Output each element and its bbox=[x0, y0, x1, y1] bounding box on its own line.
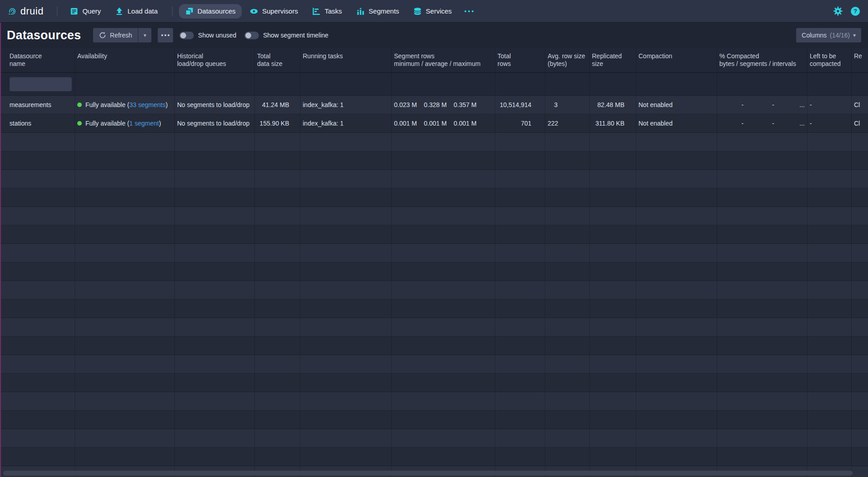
empty-cell bbox=[852, 429, 868, 447]
cell-total: 701 bbox=[495, 114, 545, 132]
empty-cell bbox=[545, 448, 590, 466]
table-row-stations: stationsFully available (1 segment)No se… bbox=[0, 114, 868, 133]
empty-cell bbox=[495, 318, 545, 336]
cell-avg-row-size: 222 bbox=[545, 114, 590, 132]
empty-cell bbox=[545, 355, 590, 373]
empty-cell bbox=[495, 225, 545, 243]
nav-item-services[interactable]: Services bbox=[407, 4, 458, 19]
empty-cell bbox=[0, 448, 75, 466]
refresh-dropdown-button[interactable]: ▾ bbox=[138, 28, 151, 42]
filter-cell-total bbox=[255, 73, 300, 95]
nav-item-query[interactable]: Query bbox=[64, 4, 107, 19]
empty-cell bbox=[75, 374, 175, 392]
nav-item-segments[interactable]: Segments bbox=[350, 4, 406, 19]
show-segment-timeline-toggle[interactable] bbox=[244, 32, 259, 39]
table-body: measurementsFully available (33 segments… bbox=[0, 73, 868, 477]
cell-total: 41.24 MB bbox=[255, 96, 300, 114]
empty-cell bbox=[590, 133, 636, 151]
empty-cell bbox=[852, 374, 868, 392]
empty-cell bbox=[75, 188, 175, 206]
filter-cell-re bbox=[852, 73, 868, 95]
numeric-value: 311.80 KB bbox=[592, 120, 624, 127]
empty-cell bbox=[590, 151, 636, 169]
druid-logo[interactable]: druid bbox=[8, 5, 43, 17]
filter-row bbox=[0, 73, 868, 96]
help-icon[interactable]: ? bbox=[851, 7, 860, 16]
column-header-re[interactable]: Re bbox=[852, 48, 868, 72]
empty-cell bbox=[75, 262, 175, 281]
empty-cell bbox=[717, 170, 807, 188]
empty-cell bbox=[392, 207, 495, 225]
empty-cell bbox=[636, 225, 717, 243]
empty-cell bbox=[255, 374, 300, 392]
empty-row bbox=[0, 281, 868, 299]
cell-total: 155.90 KB bbox=[255, 114, 300, 132]
empty-cell bbox=[300, 188, 392, 206]
empty-cell bbox=[636, 448, 717, 466]
horizontal-scrollbar-thumb[interactable] bbox=[3, 471, 853, 476]
empty-cell bbox=[75, 318, 175, 336]
refresh-button[interactable]: Refresh bbox=[93, 28, 138, 42]
nav-more-menu[interactable] bbox=[460, 7, 478, 16]
cell-running-tasks: index_kafka: 1 bbox=[300, 114, 392, 132]
datasource-filter-input[interactable] bbox=[9, 77, 72, 91]
column-header-replicated[interactable]: Replicatedsize bbox=[590, 48, 636, 72]
datasources-table: DatasourcenameAvailabilityHistoricalload… bbox=[0, 48, 868, 477]
nav-item-supervisors[interactable]: Supervisors bbox=[244, 4, 304, 19]
empty-cell bbox=[392, 225, 495, 243]
empty-cell bbox=[495, 337, 545, 355]
empty-cell bbox=[392, 188, 495, 206]
top-nav: druid Query Load data Datasources Super bbox=[0, 0, 868, 23]
gear-icon[interactable] bbox=[833, 6, 843, 16]
empty-cell bbox=[300, 207, 392, 225]
column-header-running-tasks[interactable]: Running tasks bbox=[300, 48, 392, 72]
empty-cell bbox=[392, 318, 495, 336]
empty-cell bbox=[495, 281, 545, 299]
empty-cell bbox=[255, 337, 300, 355]
empty-cell bbox=[852, 318, 868, 336]
segments-link[interactable]: 33 segments bbox=[129, 101, 165, 108]
empty-cell bbox=[717, 337, 807, 355]
empty-cell bbox=[300, 151, 392, 169]
empty-cell bbox=[545, 299, 590, 318]
nav-item-datasources[interactable]: Datasources bbox=[179, 4, 242, 19]
column-header-historical[interactable]: Historicalload/drop queues bbox=[175, 48, 255, 72]
cell-datasource: stations bbox=[0, 114, 75, 132]
more-actions-button[interactable] bbox=[158, 28, 173, 42]
datasources-icon bbox=[185, 7, 193, 15]
columns-button[interactable]: Columns (14/16) ▾ bbox=[796, 28, 861, 42]
empty-cell bbox=[852, 337, 868, 355]
empty-cell bbox=[636, 318, 717, 336]
nav-item-label: Query bbox=[82, 7, 101, 15]
show-unused-toggle[interactable] bbox=[179, 32, 194, 39]
column-header-avg-row-size[interactable]: Avg. row size(bytes) bbox=[545, 48, 590, 72]
column-header-left-to-be[interactable]: Left to becompacted bbox=[807, 48, 852, 72]
empty-cell bbox=[75, 170, 175, 188]
empty-cell bbox=[717, 392, 807, 410]
brand-wordmark: druid bbox=[20, 5, 43, 17]
empty-cell bbox=[495, 374, 545, 392]
empty-cell bbox=[0, 355, 75, 373]
column-header-segment-rows[interactable]: Segment rowsminimum / average / maximum bbox=[392, 48, 495, 72]
empty-cell bbox=[545, 262, 590, 281]
numeric-value: 82.48 MB bbox=[592, 101, 624, 108]
column-header-total[interactable]: Totaldata size bbox=[255, 48, 300, 72]
filter-cell-availability bbox=[75, 73, 175, 95]
filter-cell-running-tasks bbox=[300, 73, 392, 95]
cell-segment-rows: 0.001 M0.001 M0.001 M bbox=[392, 114, 495, 132]
column-header-compaction[interactable]: Compaction bbox=[636, 48, 717, 72]
cell-availability: Fully available (1 segment) bbox=[75, 114, 175, 132]
nav-item-load-data[interactable]: Load data bbox=[109, 4, 164, 19]
column-header-availability[interactable]: Availability bbox=[75, 48, 175, 72]
empty-cell bbox=[545, 281, 590, 299]
column-header-datasource[interactable]: Datasourcename bbox=[0, 48, 75, 72]
empty-cell bbox=[495, 355, 545, 373]
segments-link[interactable]: 1 segment bbox=[129, 120, 159, 127]
nav-item-tasks[interactable]: Tasks bbox=[306, 4, 348, 19]
cell-datasource: measurements bbox=[0, 96, 75, 114]
empty-cell bbox=[717, 299, 807, 318]
column-header-total[interactable]: Totalrows bbox=[495, 48, 545, 72]
empty-row bbox=[0, 448, 868, 466]
column-header-compacted[interactable]: % Compactedbytes / segments / intervals bbox=[717, 48, 807, 72]
page-header-bar: Datasources Refresh ▾ Show unused Show s… bbox=[0, 23, 868, 48]
